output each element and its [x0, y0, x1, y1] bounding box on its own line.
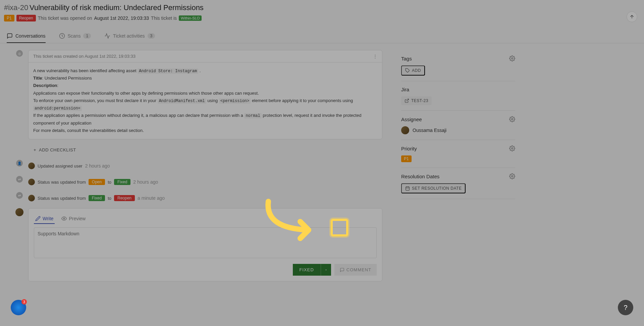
- tab-scans-count: 1: [83, 33, 91, 39]
- assignee-title: Assignee: [401, 117, 422, 122]
- pencil-icon: [35, 216, 41, 221]
- avatar: [28, 195, 35, 201]
- vuln-title: Undeclared Permissions: [45, 76, 92, 81]
- code-normal: normal: [244, 113, 261, 119]
- priority-badge: P1: [4, 15, 14, 21]
- tags-settings-button[interactable]: [509, 55, 515, 61]
- card-more-button[interactable]: ⋮: [373, 54, 377, 59]
- ticket-description-card: This ticket was created on August 1st 20…: [28, 50, 382, 139]
- ticket-title: Vulnerability of risk medium: Undeclared…: [30, 3, 204, 12]
- chat-icon: [7, 33, 13, 39]
- opened-date: August 1st 2022, 19:03:33: [94, 15, 149, 21]
- svg-line-4: [407, 99, 409, 101]
- assignee-settings-button[interactable]: [509, 116, 515, 122]
- jira-title: Jira: [401, 87, 409, 92]
- help-button[interactable]: ?: [618, 300, 633, 315]
- status-from: Open: [89, 179, 105, 185]
- assignee-name: Oussama Essaji: [413, 128, 446, 133]
- plus-icon: +: [34, 147, 36, 152]
- external-link-icon: [405, 98, 409, 103]
- desc-p1: Applications can expose their functional…: [33, 91, 259, 96]
- activity-text: Status was updated from: [38, 180, 86, 185]
- avatar: [28, 162, 35, 169]
- swap-icon: ⇄: [16, 192, 23, 199]
- ticket-is-label: This ticket is: [151, 15, 177, 21]
- set-resolution-button[interactable]: SET RESOLUTION DATE: [401, 183, 466, 193]
- brand-notification-count: 3: [21, 299, 27, 305]
- status-to: Reopen: [114, 195, 135, 201]
- calendar-icon: [405, 186, 410, 191]
- gear-icon: [509, 173, 515, 179]
- activity-text: Updated assigned user: [38, 164, 83, 169]
- svg-point-7: [512, 176, 513, 177]
- desc-p2a: To enforce your own permission, you must…: [33, 98, 156, 103]
- tab-scans-label: Scans: [68, 33, 81, 39]
- svg-rect-8: [406, 187, 410, 190]
- tab-activities-label: Ticket activities: [113, 33, 145, 39]
- gear-icon: [509, 145, 515, 151]
- assignee-avatar: [401, 126, 409, 134]
- activity-time: 2 hours ago: [133, 179, 158, 185]
- tab-conversations[interactable]: Conversations: [7, 30, 46, 43]
- brand-badge[interactable]: 3: [11, 300, 26, 315]
- activity-time: a minute ago: [138, 195, 165, 201]
- comment-box: Write Preview FIXED: [28, 208, 382, 281]
- tags-title: Tags: [401, 56, 412, 61]
- tab-conversations-label: Conversations: [15, 33, 46, 39]
- ticket-id: #ixa-20: [4, 3, 28, 12]
- opened-label: This ticket was opened on: [38, 15, 92, 21]
- code-manifest: AndroidManifest.xml: [158, 98, 206, 104]
- add-checklist-button[interactable]: + ADD CHECKLIST: [28, 144, 82, 156]
- comment-input[interactable]: [34, 227, 377, 258]
- title-label: Title: [33, 76, 42, 81]
- desc-p2b: using: [207, 98, 218, 103]
- desc-p3a: If the application applies a permission …: [33, 113, 243, 118]
- arrow-up-icon: [629, 14, 635, 19]
- resolution-title: Resolution Dates: [401, 174, 439, 179]
- add-checklist-label: ADD CHECKLIST: [39, 147, 76, 152]
- status-badge: Reopen: [16, 15, 36, 21]
- priority-settings-button[interactable]: [509, 145, 515, 151]
- comment-icon: [340, 268, 344, 272]
- gear-icon: [509, 55, 515, 61]
- gear-icon: [509, 116, 515, 122]
- tab-activities[interactable]: Ticket activities 3: [104, 30, 155, 43]
- desc-p4: For more details, consult the vulnerabil…: [33, 128, 144, 133]
- user-icon: 👤: [16, 160, 23, 167]
- code-permission: <permission>: [219, 98, 251, 104]
- target-icon: ◎: [16, 50, 23, 57]
- jira-key: TEST-23: [411, 98, 428, 103]
- svg-point-5: [512, 119, 513, 120]
- swap-icon: ⇄: [16, 176, 23, 183]
- slo-badge: Within-SLO: [179, 15, 202, 21]
- preview-tab[interactable]: Preview: [60, 214, 87, 224]
- set-resolution-label: SET RESOLUTION DATE: [412, 186, 462, 191]
- write-label: Write: [43, 216, 53, 221]
- intro-text: A new vulnerability has been identified …: [33, 68, 137, 73]
- fixed-button[interactable]: FIXED: [293, 264, 321, 276]
- activity-text: Status was updated from: [38, 196, 86, 201]
- to-word: to: [108, 180, 111, 185]
- comment-button[interactable]: COMMENT: [334, 264, 377, 276]
- scroll-top-button[interactable]: [627, 11, 637, 22]
- asset-code: Android Store: Instagram: [138, 68, 198, 74]
- add-tag-label: ADD: [412, 68, 421, 73]
- resolution-settings-button[interactable]: [509, 173, 515, 179]
- avatar: [28, 179, 35, 185]
- comment-button-label: COMMENT: [346, 267, 371, 272]
- jira-link[interactable]: TEST-23: [401, 96, 432, 105]
- to-word: to: [108, 196, 111, 201]
- svg-point-6: [512, 148, 513, 149]
- add-tag-button[interactable]: ADD: [401, 65, 425, 76]
- tab-scans[interactable]: Scans 1: [59, 30, 91, 43]
- priority-title: Priority: [401, 146, 417, 151]
- write-tab[interactable]: Write: [34, 214, 55, 224]
- chevron-down-icon: [324, 268, 328, 272]
- avatar: [15, 208, 23, 216]
- eye-icon: [61, 216, 67, 221]
- priority-value: P1: [401, 155, 412, 162]
- activity-icon: [104, 33, 110, 39]
- svg-point-1: [63, 218, 65, 219]
- desc-label: Description: [33, 83, 57, 88]
- fixed-dropdown-button[interactable]: [321, 264, 331, 276]
